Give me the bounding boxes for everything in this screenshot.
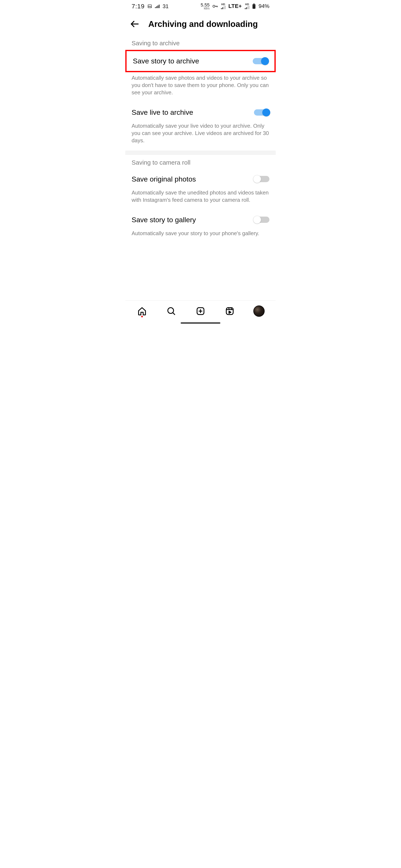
arrow-left-icon <box>130 20 139 29</box>
svg-line-9 <box>173 313 175 314</box>
svg-point-1 <box>213 5 215 7</box>
setting-desc: Automatically save the unedited photos a… <box>125 189 276 210</box>
toggle-save-story-gallery[interactable] <box>254 217 269 223</box>
svg-rect-6 <box>253 5 255 5</box>
nav-reels[interactable] <box>224 305 236 317</box>
notification-dot-icon <box>141 316 143 317</box>
reels-icon <box>225 307 234 316</box>
network-rate-unit: kB/s <box>204 7 209 10</box>
setting-title: Save live to archive <box>132 108 193 117</box>
svg-rect-3 <box>217 6 218 7</box>
status-temp: 31 <box>163 3 169 9</box>
page-header: Archiving and downloading <box>125 12 276 35</box>
network-type: LTE+ <box>228 3 242 9</box>
setting-desc: Automatically save your story to your ph… <box>125 230 276 243</box>
search-icon <box>167 307 176 316</box>
section-divider <box>125 151 276 155</box>
sim2-signal: HD <box>245 3 249 9</box>
network-rate: 5.55 kB/s <box>201 3 210 9</box>
bottom-nav <box>125 301 276 319</box>
nav-create[interactable] <box>195 305 206 317</box>
setting-save-live-archive[interactable]: Save live to archive <box>125 102 276 122</box>
setting-desc: Automatically save photos and videos to … <box>125 74 276 102</box>
vpn-key-icon <box>212 5 218 8</box>
back-button[interactable] <box>130 19 140 29</box>
section-label-archive: Saving to archive <box>125 35 276 50</box>
svg-rect-4 <box>253 4 255 4</box>
battery-percent: 94% <box>259 3 269 9</box>
status-time: 7:19 <box>132 3 145 10</box>
section-label-camera-roll: Saving to camera roll <box>125 155 276 169</box>
gesture-bar <box>181 322 220 324</box>
sim1-signal: HD <box>221 3 226 9</box>
setting-title: Save story to archive <box>133 57 199 65</box>
setting-title: Save story to gallery <box>132 216 196 224</box>
toggle-save-original-photos[interactable] <box>254 176 269 182</box>
setting-title: Save original photos <box>132 175 196 183</box>
status-bar: 7:19 31 5.55 kB/s <box>125 0 276 12</box>
setting-save-story-archive[interactable]: Save story to archive <box>126 51 275 71</box>
nav-search[interactable] <box>165 305 177 317</box>
toggle-save-story-archive[interactable] <box>253 58 268 64</box>
setting-save-story-gallery[interactable]: Save story to gallery <box>125 210 276 230</box>
plus-square-icon <box>196 307 205 316</box>
image-icon <box>147 4 152 8</box>
network-rate-value: 5.55 <box>201 3 210 7</box>
toggle-save-live-archive[interactable] <box>254 109 269 116</box>
nav-profile[interactable] <box>253 305 265 317</box>
nav-home[interactable] <box>136 305 148 317</box>
setting-save-original-photos[interactable]: Save original photos <box>125 169 276 189</box>
profile-avatar-icon <box>253 306 265 317</box>
signal-icon <box>155 4 160 8</box>
highlight-save-story-archive: Save story to archive <box>125 50 276 72</box>
setting-desc: Automatically save your live video to yo… <box>125 122 276 150</box>
home-icon <box>137 307 147 316</box>
battery-icon <box>252 4 256 9</box>
page-title: Archiving and downloading <box>146 20 271 29</box>
